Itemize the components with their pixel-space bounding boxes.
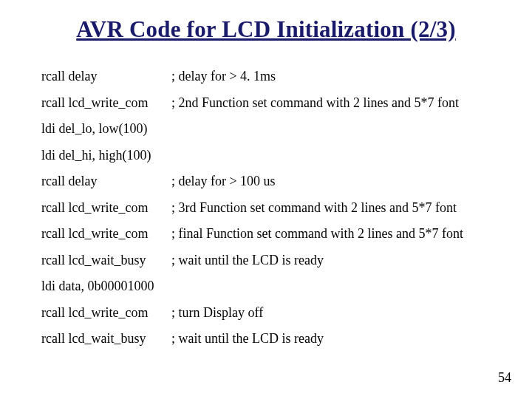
code-text: rcall lcd_wait_busy: [41, 253, 171, 267]
code-line: rcall lcd_write_com ; 2nd Function set c…: [41, 96, 499, 109]
code-line: rcall lcd_write_com ; turn Display off: [41, 306, 499, 319]
code-comment: ; final Function set command with 2 line…: [171, 227, 499, 240]
code-text: ldi data, 0b00001000: [41, 279, 171, 293]
code-line: ldi del_lo, low(100): [41, 122, 499, 135]
code-block: rcall delay ; delay for > 4. 1ms rcall l…: [41, 69, 499, 358]
code-comment: ; delay for > 4. 1ms: [171, 69, 499, 83]
slide: AVR Code for LCD Initialization (2/3) rc…: [0, 0, 532, 399]
code-line: rcall lcd_wait_busy ; wait until the LCD…: [41, 332, 499, 345]
code-comment: ; turn Display off: [171, 306, 499, 319]
code-line: rcall delay ; delay for > 100 us: [41, 174, 499, 188]
page-number: 54: [498, 370, 511, 386]
code-line: rcall lcd_write_com ; 3rd Function set c…: [41, 201, 499, 214]
slide-title: AVR Code for LCD Initialization (2/3): [0, 16, 532, 43]
code-line: ldi data, 0b00001000: [41, 279, 499, 293]
code-comment: ; wait until the LCD is ready: [171, 332, 499, 345]
code-text: rcall lcd_write_com: [41, 306, 171, 319]
code-text: rcall lcd_write_com: [41, 227, 171, 240]
code-text: ldi del_hi, high(100): [41, 149, 171, 162]
code-text: rcall lcd_write_com: [41, 201, 171, 214]
code-text: rcall lcd_wait_busy: [41, 332, 171, 345]
code-comment: ; 3rd Function set command with 2 lines …: [171, 201, 499, 214]
code-text: rcall delay: [41, 69, 171, 83]
code-line: rcall lcd_wait_busy ; wait until the LCD…: [41, 253, 499, 267]
code-line: rcall lcd_write_com ; final Function set…: [41, 227, 499, 240]
code-comment: ; 2nd Function set command with 2 lines …: [171, 96, 499, 109]
code-comment: ; delay for > 100 us: [171, 174, 499, 188]
code-line: ldi del_hi, high(100): [41, 149, 499, 162]
code-line: rcall delay ; delay for > 4. 1ms: [41, 69, 499, 83]
code-comment: [171, 149, 499, 162]
code-comment: ; wait until the LCD is ready: [171, 253, 499, 267]
code-text: rcall delay: [41, 174, 171, 188]
code-comment: [171, 279, 499, 293]
code-comment: [171, 122, 499, 135]
code-text: ldi del_lo, low(100): [41, 122, 171, 135]
code-text: rcall lcd_write_com: [41, 96, 171, 109]
